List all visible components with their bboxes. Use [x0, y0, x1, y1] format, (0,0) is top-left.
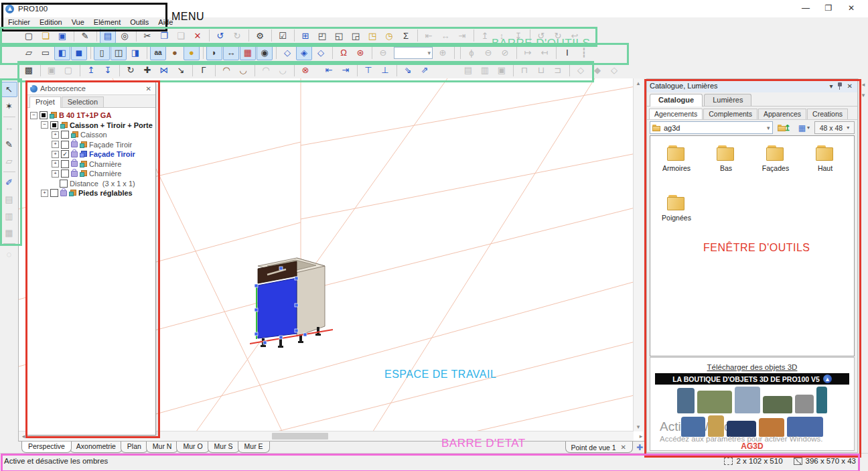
object-thumb-chandelier[interactable] [735, 387, 760, 413]
view-tab-mur-s[interactable]: Mur S [208, 442, 240, 453]
view-tab-perspective[interactable]: Perspective [21, 442, 72, 453]
profile-tool-3-button[interactable]: ▦ [1, 225, 17, 241]
folder-up-button[interactable]: ↥ [775, 121, 794, 135]
expander-collapse-icon[interactable]: − [41, 121, 48, 129]
rotate-button[interactable]: ↻ [123, 62, 139, 78]
print-button[interactable]: ▤ [100, 28, 116, 44]
edit-shape-button[interactable]: Γ [196, 62, 212, 78]
cut-button[interactable]: ✂ [139, 28, 155, 44]
tree-node-1-caisson-tiroir-porte[interactable]: −Caisson + Tiroir + Porte [27, 121, 155, 131]
align-bottom-button[interactable]: ↧ [510, 28, 526, 44]
show-dimensions-button[interactable]: ↔ [223, 45, 239, 60]
move-up-button[interactable]: ↥ [83, 62, 99, 78]
menu-vue[interactable]: Vue [67, 17, 89, 27]
view-tab-plan[interactable]: Plan [121, 442, 148, 453]
show-edges-button[interactable]: ◫ [111, 45, 127, 60]
view-hidden-lines-button[interactable]: ▭ [38, 45, 54, 60]
checkbox-empty-icon[interactable] [60, 180, 68, 188]
close-icon[interactable]: ✕ [620, 444, 628, 451]
collapse-left-icon[interactable]: ◂ [859, 80, 868, 89]
report-price-button[interactable]: ⊞ [297, 28, 313, 44]
stretch-button[interactable]: ↘ [173, 62, 189, 78]
open-file-button[interactable]: ❏ [38, 28, 54, 44]
tab-complements[interactable]: Complements [703, 109, 757, 119]
select-tool-button[interactable]: ↖ [1, 82, 17, 97]
align-top-button[interactable]: ↥ [477, 28, 493, 44]
view-tab-axonometrie[interactable]: Axonometrie [70, 442, 123, 453]
zoom-out-button[interactable]: ⊖ [375, 45, 391, 60]
tree-node-2-caisson[interactable]: +Caisson [27, 130, 155, 140]
snap-half-button[interactable]: ◈ [296, 45, 312, 60]
distribute-v-1-button[interactable]: ⊓ [516, 62, 532, 78]
scrollbar-thumb[interactable] [272, 433, 328, 440]
expander-expand-icon[interactable]: + [52, 170, 59, 178]
print-preview-button[interactable]: ◎ [117, 28, 133, 44]
surface-tool-button[interactable]: ▱ [1, 153, 17, 169]
align-left-button[interactable]: ⇤ [421, 28, 437, 44]
folder-path-select[interactable]: ag3d ▾ [650, 121, 773, 134]
vertical-scrollbar[interactable]: ▴ ▾ [633, 78, 643, 431]
show-contours-button[interactable]: ▯ [94, 45, 110, 60]
show-faces-button[interactable]: ◨ [127, 45, 143, 60]
checkbox-empty-icon[interactable] [50, 189, 58, 197]
checkbox-filled-icon[interactable] [50, 121, 58, 129]
object-thumb-sofa[interactable] [787, 417, 823, 437]
distribute-v-3-button[interactable]: ⊐ [550, 62, 566, 78]
collision-detect-button[interactable]: ⊛ [352, 45, 368, 60]
download-objects-link[interactable]: Télécharger des objets 3D [650, 363, 854, 371]
tab-lumieres[interactable]: Lumières [704, 94, 751, 106]
align-right-button[interactable]: ⇥ [454, 28, 470, 44]
dim-auto-button[interactable]: ↤ [536, 45, 553, 60]
text-tool-button[interactable]: ✐ [1, 175, 17, 190]
object-thumb-crate[interactable] [759, 418, 784, 437]
open-element-button[interactable]: ◠ [218, 62, 234, 78]
view-textures-button[interactable]: ◼ [71, 45, 87, 60]
view-colors-button[interactable]: ◧ [54, 45, 70, 60]
report-preview-button[interactable]: ◰ [314, 28, 330, 44]
menu-edition[interactable]: Edition [35, 17, 67, 27]
dim-horizontal-button[interactable]: ↦ [520, 45, 536, 60]
tree-node-8-pieds-reglables[interactable]: +Pieds réglables [27, 188, 155, 198]
checkbox-empty-icon[interactable] [61, 141, 69, 149]
magnifier-tool-button[interactable]: ◌ [1, 247, 17, 262]
tree-node-0-b-40-1t-1p-ga[interactable]: −B 40 1T+1P GA [27, 111, 155, 121]
lighting-button[interactable]: ● [184, 45, 200, 60]
checkbox-checked-icon[interactable]: ✓ [61, 150, 69, 158]
cabinet-3d-object[interactable] [250, 251, 333, 348]
restore-button[interactable]: ❐ [817, 1, 840, 15]
object-thumb-columns[interactable] [708, 415, 724, 437]
walls-tool-button[interactable]: ✶ [1, 98, 17, 114]
profile-tool-1-button[interactable]: ▤ [1, 192, 17, 207]
report-dimensions-button[interactable]: ◲ [348, 28, 364, 44]
catalog-folder-armoires[interactable]: Armoires [652, 141, 701, 191]
redo-button[interactable]: ↻ [229, 28, 245, 44]
menu-fichier[interactable]: Fichier [3, 17, 35, 27]
object-thumb-gears[interactable] [795, 395, 814, 413]
align-to-left-wall-button[interactable]: ⇤ [321, 62, 337, 78]
menu-aide[interactable]: Aide [153, 17, 177, 27]
ungroup-button[interactable]: ▢ [60, 62, 76, 78]
expander-expand-icon[interactable]: + [52, 131, 59, 139]
distribute-h-3-button[interactable]: ▣ [494, 62, 510, 78]
close-button[interactable]: ✕ [840, 1, 863, 15]
rotate-diag-right-button[interactable]: ⇗ [417, 62, 433, 78]
expander-expand-icon[interactable]: + [52, 151, 59, 158]
tree-node-6-charniere[interactable]: +Charnière [27, 169, 155, 179]
expander-expand-icon[interactable]: + [52, 141, 59, 148]
dim-vertical-button[interactable]: Ⅰ [559, 45, 575, 60]
tab-creations[interactable]: Creations [807, 109, 848, 119]
pencil-tool-button[interactable]: ✎ [1, 137, 17, 152]
report-accessories-button[interactable]: ◳ [364, 28, 380, 44]
view-tab-mur-o[interactable]: Mur O [176, 442, 209, 453]
tab-agencements[interactable]: Agencements [649, 109, 703, 119]
view-tab-mur-n[interactable]: Mur N [146, 442, 179, 453]
minimize-button[interactable]: — [794, 1, 817, 15]
menu-element[interactable]: Elément [89, 17, 125, 27]
space-height-button[interactable]: ⊘ [497, 45, 513, 60]
catalog-folder-bas[interactable]: Bas [701, 141, 751, 191]
align-middle-button[interactable]: ↕ [494, 28, 510, 44]
space-depth-button[interactable]: ⊖ [480, 45, 496, 60]
element-properties-button[interactable]: ⚙ [252, 28, 268, 44]
antialiasing-button[interactable]: aa [150, 45, 166, 60]
expander-collapse-icon[interactable]: − [30, 112, 38, 119]
